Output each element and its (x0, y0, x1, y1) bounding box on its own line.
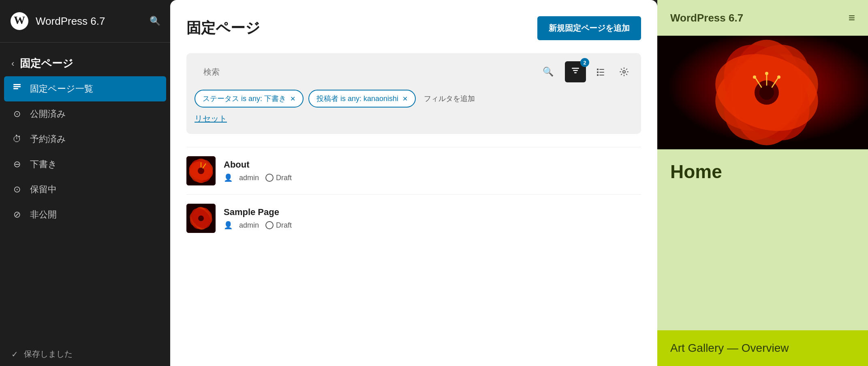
filter-area: 🔍 2 (186, 53, 641, 134)
reset-filters-link[interactable]: リセット (195, 113, 633, 124)
scheduled-icon: ⏱ (11, 134, 23, 144)
preview-body: Home (657, 149, 868, 321)
list-view-button[interactable] (592, 63, 609, 81)
sidebar-item-label-pending: 保留中 (30, 183, 57, 196)
page-meta-about: 👤 admin Draft (224, 173, 641, 182)
pending-icon: ⊙ (11, 184, 23, 195)
svg-point-30 (198, 215, 204, 221)
sidebar-item-scheduled[interactable]: ⏱ 予約済み (0, 127, 170, 152)
author-filter-tag[interactable]: 投稿者 is any: kanaonishi ✕ (308, 90, 416, 108)
page-thumbnail-sample (186, 204, 216, 233)
table-row: Sample Page 👤 admin Draft (186, 194, 641, 242)
svg-point-41 (765, 72, 768, 75)
sidebar-item-pages-list[interactable]: 固定ページ一覧 (4, 76, 166, 101)
sidebar-item-published[interactable]: ⊙ 公開済み (0, 101, 170, 127)
filter-icon (571, 66, 580, 78)
sidebar-section-title: 固定ページ (20, 56, 73, 71)
svg-rect-3 (13, 86, 21, 87)
search-icon[interactable]: 🔍 (150, 16, 160, 26)
published-icon: ⊙ (11, 109, 23, 119)
page-info-about: About 👤 admin Draft (224, 159, 641, 182)
main-content-panel: 固定ページ 新規固定ページを追加 🔍 2 (170, 0, 657, 366)
status-circle-icon-sample (265, 221, 274, 229)
author-avatar-icon-about: 👤 (224, 173, 233, 182)
status-filter-remove-icon[interactable]: ✕ (290, 95, 295, 103)
svg-rect-9 (599, 69, 604, 70)
author-filter-label: 投稿者 is any: kanaonishi (316, 94, 398, 103)
page-list: About 👤 admin Draft (186, 147, 641, 242)
svg-text:W: W (14, 14, 25, 26)
status-label-about: Draft (276, 174, 292, 182)
author-avatar-icon-sample: 👤 (224, 221, 233, 230)
sidebar-item-pending[interactable]: ⊙ 保留中 (0, 177, 170, 202)
svg-rect-6 (573, 70, 578, 71)
author-filter-remove-icon[interactable]: ✕ (402, 95, 408, 103)
svg-rect-2 (13, 84, 21, 85)
page-name-about[interactable]: About (224, 159, 641, 170)
add-filter-link[interactable]: フィルタを追加 (424, 94, 475, 103)
sidebar-app-title: WordPress 6.7 (36, 15, 105, 28)
preview-header: WordPress 6.7 ≡ (657, 0, 868, 36)
back-arrow-icon: ‹ (11, 58, 14, 69)
filter-badge: 2 (580, 58, 589, 67)
checkmark-icon: ✓ (11, 349, 18, 359)
main-header: 固定ページ 新規固定ページを追加 (186, 16, 641, 40)
preview-page-title: Home (670, 161, 855, 183)
sidebar: W WordPress 6.7 🔍 ‹ 固定ページ 固定ページ一覧 ⊙ 公開済み (0, 0, 170, 366)
svg-point-45 (753, 75, 756, 79)
add-new-page-button[interactable]: 新規固定ページを追加 (537, 16, 641, 40)
svg-rect-13 (599, 75, 604, 75)
filter-button[interactable]: 2 (565, 61, 586, 82)
sidebar-item-private[interactable]: ⊘ 非公開 (0, 202, 170, 227)
sidebar-nav: ‹ 固定ページ 固定ページ一覧 ⊙ 公開済み ⏱ 予約済み (0, 43, 170, 235)
svg-rect-4 (13, 88, 18, 89)
svg-rect-10 (597, 71, 599, 73)
sidebar-item-label-published: 公開済み (30, 108, 66, 120)
search-input-wrap: 🔍 (195, 62, 559, 82)
draft-icon: ⊖ (11, 159, 23, 170)
page-thumbnail-about (186, 156, 216, 185)
sidebar-item-label-draft: 下書き (30, 158, 57, 170)
svg-rect-7 (574, 72, 577, 73)
saved-label: 保存しました (24, 349, 73, 360)
svg-point-14 (623, 71, 625, 73)
preview-bottom-link[interactable]: Art Gallery — Overview (670, 342, 789, 354)
status-label-sample: Draft (276, 221, 292, 230)
svg-point-43 (777, 75, 780, 79)
page-title: 固定ページ (186, 18, 260, 38)
preview-panel: WordPress 6.7 ≡ (657, 0, 868, 366)
author-name-about: admin (239, 174, 259, 182)
svg-point-21 (198, 168, 204, 174)
sidebar-item-label-scheduled: 予約済み (30, 133, 66, 145)
pages-list-icon (11, 83, 23, 95)
preview-site-title: WordPress 6.7 (670, 12, 743, 24)
sidebar-header: W WordPress 6.7 🔍 (0, 0, 170, 43)
status-filter-label: ステータス is any: 下書き (203, 94, 286, 103)
svg-rect-12 (597, 74, 599, 76)
search-submit-icon[interactable]: 🔍 (543, 67, 554, 77)
hamburger-menu-icon[interactable]: ≡ (849, 11, 855, 24)
wordpress-logo-icon: W (10, 11, 29, 31)
svg-rect-5 (572, 68, 579, 69)
private-icon: ⊘ (11, 209, 23, 220)
page-info-sample: Sample Page 👤 admin Draft (224, 207, 641, 230)
sidebar-item-draft[interactable]: ⊖ 下書き (0, 152, 170, 177)
filter-tags-row: ステータス is any: 下書き ✕ 投稿者 is any: kanaonis… (195, 90, 633, 108)
settings-button[interactable] (615, 63, 633, 81)
search-row: 🔍 2 (195, 61, 633, 82)
author-name-sample: admin (239, 221, 259, 230)
sidebar-item-label-pages-list: 固定ページ一覧 (30, 83, 93, 95)
table-row: About 👤 admin Draft (186, 147, 641, 194)
page-name-sample[interactable]: Sample Page (224, 207, 641, 217)
status-wrap-about: Draft (265, 174, 292, 182)
status-circle-icon-about (265, 174, 274, 182)
preview-bottom-bar[interactable]: Art Gallery — Overview (657, 330, 868, 366)
svg-rect-11 (599, 72, 604, 73)
search-input[interactable] (200, 62, 543, 82)
saved-status: ✓ 保存しました (0, 342, 170, 366)
sidebar-back-button[interactable]: ‹ 固定ページ (0, 51, 170, 76)
sidebar-item-label-private: 非公開 (30, 209, 57, 221)
status-filter-tag[interactable]: ステータス is any: 下書き ✕ (195, 90, 304, 108)
preview-hero-image (657, 36, 868, 149)
status-wrap-sample: Draft (265, 221, 292, 230)
